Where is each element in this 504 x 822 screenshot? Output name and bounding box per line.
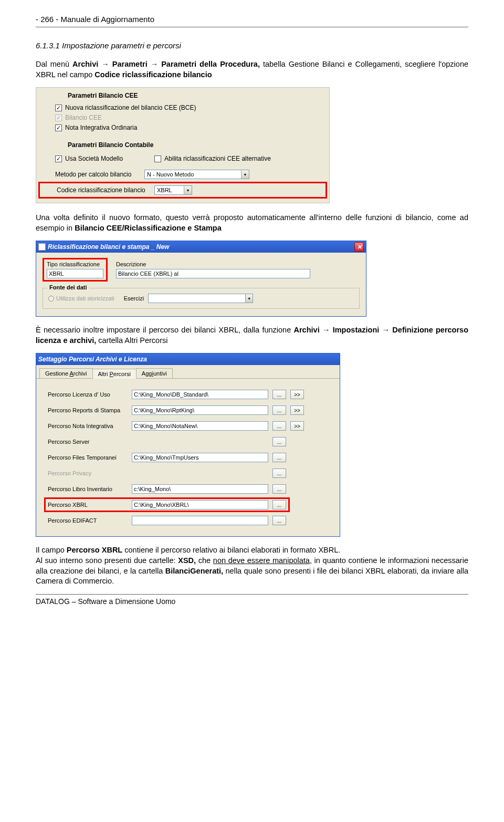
browse-button[interactable]: ... — [272, 421, 286, 431]
text: Il campo — [36, 546, 67, 554]
text: contiene il percorso relativo ai bilanci… — [122, 546, 340, 554]
window-settaggio-percorsi: Settaggio Percorsi Archivi e Licenza Ges… — [36, 353, 340, 537]
path-label: Percorso EDIFACT — [48, 517, 128, 524]
highlight-red: Tipo riclassificazione XBRL — [43, 258, 108, 282]
text: È necessario inoltre impostare il percor… — [36, 326, 294, 334]
text-bold: Percorso XBRL — [67, 546, 122, 554]
tab-altri-percorsi[interactable]: Altri Percorsi — [92, 369, 136, 379]
radio-icon — [48, 296, 54, 301]
dropdown-value: XBRL — [155, 187, 184, 193]
t: Gestione — [45, 370, 69, 377]
panel-section-title: Parametri Bilancio CEE — [68, 92, 329, 99]
checkbox-icon[interactable] — [55, 155, 62, 162]
chevron-down-icon[interactable]: ▼ — [241, 170, 249, 179]
checkbox-row: Nota Integrativa Ordinaria — [55, 123, 329, 132]
form-row-metodo: Metodo per calcolo bilancio N - Nuovo Me… — [55, 170, 329, 179]
checkbox-icon[interactable] — [154, 155, 161, 162]
checkbox-label: Abilita riclassificazioni CEE alternativ… — [164, 155, 271, 162]
group-fonte-dati: Fonte dei dati Utilizza dati storicizzat… — [43, 288, 360, 309]
field-label: Metodo per calcolo bilancio — [55, 171, 139, 178]
checkbox-label: Bilancio CEE — [65, 114, 102, 121]
path-row: Percorso Privacy... — [48, 466, 328, 481]
expand-button[interactable]: >> — [290, 421, 304, 431]
checkbox-icon — [55, 115, 62, 121]
browse-button[interactable]: ... — [272, 500, 286, 509]
browse-button[interactable]: ... — [272, 516, 286, 525]
text: Al suo interno sono presenti due cartell… — [36, 556, 178, 565]
highlight-red: Percorso XBRLC:\King_Mono\XBRL\... — [44, 497, 290, 512]
radio-label: Utilizza dati storicizzati — [56, 295, 114, 301]
path-input[interactable] — [132, 516, 268, 525]
paragraph-4: Il campo Percorso XBRL contiene il perco… — [36, 545, 468, 586]
dropdown-codice-riclassificazione[interactable]: XBRL ▼ — [154, 185, 192, 195]
panel-section-title: Parametri Bilancio Contabile — [68, 141, 329, 149]
panel-parametri-bilancio: Parametri Bilancio CEE Nuova riclassific… — [36, 87, 330, 203]
paragraph-3: È necessario inoltre impostare il percor… — [36, 325, 468, 346]
dropdown-metodo[interactable]: N - Nuovo Metodo ▼ — [144, 170, 249, 179]
text-bold: Parametri — [112, 60, 148, 68]
path-row: Percorso EDIFACT... — [48, 513, 328, 528]
paragraph-2: Una volta definito il nuovo formato, que… — [36, 213, 468, 233]
path-label: Percorso Files Temporanei — [48, 454, 128, 461]
path-row: Percorso Files TemporaneiC:\King_Mono\Tm… — [48, 450, 328, 465]
t: ercorsi — [113, 371, 131, 377]
text: Dal menù — [36, 60, 72, 68]
path-input[interactable]: C:\King_Mono\XBRL\ — [132, 500, 268, 509]
group-title: Fonte dei dati — [47, 284, 89, 290]
path-row: Percorso XBRLC:\King_Mono\XBRL\... — [44, 497, 328, 512]
dropdown-value: N - Nuovo Metodo — [145, 171, 241, 178]
window-title: Riclassificazione bilanci e stampa _ New — [48, 243, 169, 251]
path-input[interactable]: C:\King_Mono\DB_Standard\ — [132, 390, 268, 399]
page-footer: DATALOG – Software a Dimensione Uomo — [36, 594, 468, 606]
arrow-icon: → — [379, 326, 392, 334]
input-esercizi[interactable] — [148, 294, 245, 303]
browse-button[interactable]: ... — [272, 405, 286, 415]
path-input[interactable]: c:\King_Mono\ — [132, 484, 268, 494]
text-bold: XSD, — [178, 556, 196, 565]
checkbox-icon[interactable] — [55, 105, 62, 111]
text: cartella Altri Percorsi — [96, 336, 167, 345]
text-bold: Bilancio CEE/Riclassificazione e Stampa — [75, 224, 222, 232]
close-icon[interactable]: ✕ — [354, 242, 364, 252]
chevron-down-icon[interactable]: ▼ — [245, 294, 253, 303]
window-title: Settaggio Percorsi Archivi e Licenza — [38, 356, 147, 363]
path-label: Percorso Licenza d' Uso — [48, 391, 128, 398]
input-descrizione[interactable]: Bilancio CEE (XBRL) al — [116, 269, 310, 278]
checkbox-row: Nuova riclassificazione del bilancio CEE… — [55, 103, 329, 112]
window-icon — [38, 243, 46, 251]
tab-aggiuntivi[interactable]: Aggiuntivi — [136, 368, 173, 378]
checkbox-row: Usa Società Modello — [55, 154, 123, 163]
checkbox-label: Usa Società Modello — [65, 155, 123, 162]
arrow-icon: → — [98, 60, 112, 68]
path-input[interactable]: C:\King_Mono\NotaNew\ — [132, 421, 268, 431]
path-label: Percorso Server — [48, 439, 128, 445]
window-titlebar: Riclassificazione bilanci e stampa _ New… — [36, 241, 366, 253]
path-label: Percorso XBRL — [48, 502, 128, 508]
checkbox-row: Abilita riclassificazioni CEE alternativ… — [154, 154, 271, 163]
browse-button[interactable]: ... — [272, 390, 286, 399]
expand-button[interactable]: >> — [290, 390, 304, 399]
browse-button[interactable]: ... — [272, 469, 286, 478]
text-underline: non deve essere manipolata, — [213, 556, 312, 565]
input-tipo-riclassificazione[interactable]: XBRL — [47, 269, 103, 278]
t: rchivi — [74, 370, 87, 377]
expand-button[interactable]: >> — [290, 405, 304, 415]
chevron-down-icon[interactable]: ▼ — [184, 186, 192, 194]
path-input[interactable]: C:\King_Mono\RptKing\ — [132, 405, 268, 415]
t: Agg — [142, 370, 152, 377]
path-input[interactable]: C:\King_Mono\TmpUsers — [132, 453, 268, 462]
browse-button[interactable]: ... — [272, 453, 286, 462]
highlight-red: Codice riclassificazione bilancio XBRL ▼ — [38, 182, 327, 199]
tab-gestione-archivi[interactable]: Gestione Archivi — [39, 368, 93, 378]
paragraph-1: Dal menù Archivi → Parametri → Parametri… — [36, 59, 468, 80]
browse-button[interactable]: ... — [272, 437, 286, 446]
path-label: Percorso Privacy — [48, 470, 128, 476]
checkbox-icon[interactable] — [55, 124, 62, 131]
path-row: Percorso Reports di StampaC:\King_Mono\R… — [48, 403, 328, 418]
text-bold: Codice riclassificazione bilancio — [94, 70, 212, 79]
browse-button[interactable]: ... — [272, 484, 286, 494]
t: A — [69, 370, 73, 377]
section-heading: 6.1.3.1 Impostazione parametri e percors… — [36, 41, 468, 50]
path-row: Percorso Libro Inventarioc:\King_Mono\..… — [48, 482, 328, 496]
radio-utilizza-storicizzati: Utilizza dati storicizzati — [48, 295, 114, 301]
